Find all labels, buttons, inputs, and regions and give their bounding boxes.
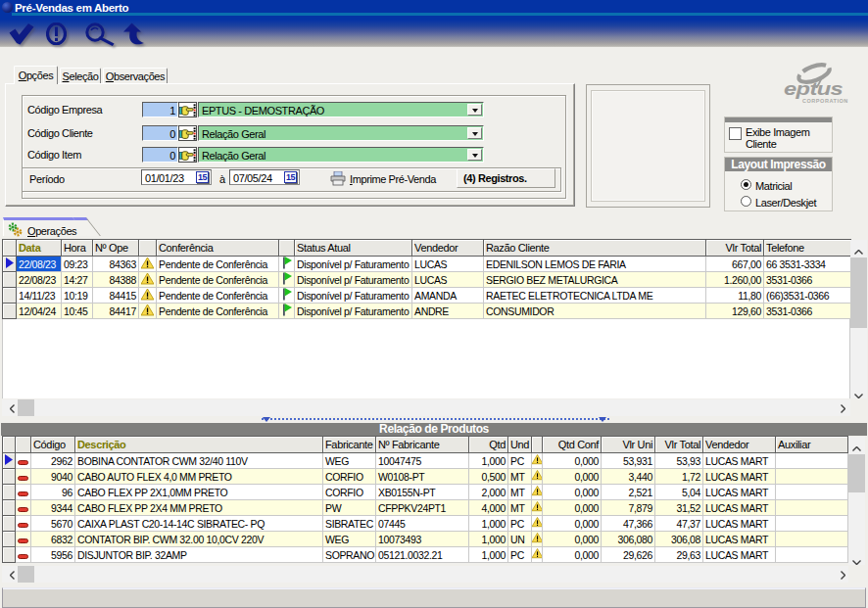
svg-text:CORPORATION: CORPORATION [802, 98, 848, 104]
svg-text:eptus: eptus [784, 79, 844, 100]
